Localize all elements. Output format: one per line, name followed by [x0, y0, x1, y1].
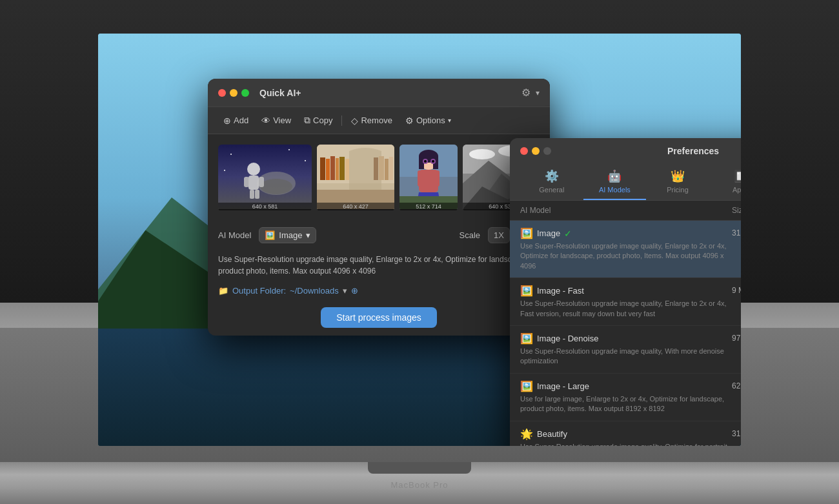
- model-row-image-fast[interactable]: 🖼️ Image - Fast Use Super-Resolution upg…: [510, 278, 741, 326]
- quickai-window: Quick AI+ ⚙ ▾ ⊕ Add 👁 View ⧉ Copy ◇ Re: [208, 79, 550, 336]
- svg-rect-12: [244, 177, 249, 187]
- image-fast-model-name: Image - Fast: [537, 286, 584, 296]
- image-denoise-model-name: Image - Denoise: [537, 334, 598, 343]
- toolbar-separator: [341, 116, 342, 126]
- add-label: Add: [234, 116, 248, 125]
- image-thumb-anime[interactable]: 512 x 714: [399, 145, 458, 212]
- prefs-maximize-button[interactable]: [543, 147, 551, 155]
- image-thumb-library[interactable]: 640 x 427: [317, 145, 394, 212]
- options-chevron-icon: ▾: [448, 117, 451, 124]
- output-folder[interactable]: 📁 Output Folder: ~/Downloads ▾ ⊕: [208, 282, 550, 299]
- svg-point-18: [305, 160, 306, 161]
- macbook-notch: [368, 462, 471, 474]
- ai-model-select[interactable]: 🖼️ Image ▾: [259, 227, 316, 243]
- general-icon: ⚙️: [545, 169, 559, 183]
- model-row-image-denoise[interactable]: 🖼️ Image - Denoise Use Super-Resolution …: [510, 326, 741, 374]
- col-model: AI Model: [520, 206, 732, 215]
- copy-icon: ⧉: [304, 115, 310, 126]
- prefs-minimize-button[interactable]: [532, 147, 540, 155]
- verified-check-icon: ✓: [564, 228, 572, 239]
- model-name-row-beautify: 🌟 Beautify: [520, 428, 732, 440]
- svg-rect-28: [374, 157, 378, 180]
- options-button[interactable]: ⚙ Options ▾: [400, 113, 456, 128]
- image-model-icon: 🖼️: [520, 227, 533, 239]
- image-model-size: 31 MB: [732, 227, 741, 237]
- anime-image: [399, 145, 458, 209]
- beautify-model-desc: Use Super-Resolution upgrade image quali…: [520, 442, 732, 446]
- description-text: Use Super-Resolution upgrade image quali…: [208, 248, 550, 282]
- prefs-tabs: ⚙️ General 🤖 AI Models 👑 Pricing 🔲 Apps …: [520, 164, 741, 200]
- prefs-close-button[interactable]: [520, 147, 528, 155]
- remove-icon: ◇: [351, 116, 358, 126]
- tab-pricing[interactable]: 👑 Pricing: [646, 164, 709, 200]
- minimize-button[interactable]: [230, 89, 238, 97]
- gear-icon[interactable]: ⚙: [521, 86, 531, 99]
- svg-rect-44: [418, 170, 423, 186]
- tab-ai-models[interactable]: 🤖 AI Models: [583, 164, 647, 200]
- model-table: AI Model Size State 🖼️ Image ✓ Use Super…: [510, 201, 741, 446]
- svg-rect-24: [330, 156, 335, 180]
- beautify-model-name: Beautify: [537, 429, 567, 439]
- maximize-button[interactable]: [241, 89, 249, 97]
- options-label: Options: [416, 116, 445, 125]
- pricing-icon: 👑: [671, 169, 685, 183]
- quickai-title: Quick AI+: [259, 88, 516, 98]
- svg-rect-15: [255, 190, 259, 199]
- svg-rect-26: [339, 157, 345, 180]
- image-grid: 640 x 581: [208, 134, 550, 222]
- library-label: 640 x 427: [317, 203, 394, 210]
- model-row-image[interactable]: 🖼️ Image ✓ Use Super-Resolution upgrade …: [510, 221, 741, 278]
- start-process-button[interactable]: Start process images: [321, 307, 437, 328]
- library-image: [317, 145, 394, 209]
- copy-button[interactable]: ⧉ Copy: [299, 112, 338, 128]
- svg-rect-45: [434, 170, 440, 186]
- svg-point-10: [247, 163, 260, 176]
- beautify-model-icon: 🌟: [520, 428, 533, 440]
- apps-icon: 🔲: [734, 169, 741, 183]
- svg-rect-25: [336, 158, 339, 180]
- ai-models-tab-label: AI Models: [599, 186, 631, 194]
- view-label: View: [273, 116, 291, 125]
- image-thumb-astro[interactable]: 640 x 581: [218, 145, 312, 212]
- output-folder-path: ~/Downloads: [290, 286, 339, 296]
- copy-label: Copy: [313, 116, 332, 125]
- controls-row: AI Model 🖼️ Image ▾ Scale 1X 2...: [208, 222, 550, 248]
- model-row-beautify[interactable]: 🌟 Beautify Use Super-Resolution upgrade …: [510, 421, 741, 446]
- add-button[interactable]: ⊕ Add: [218, 113, 254, 128]
- view-button[interactable]: 👁 View: [256, 113, 296, 128]
- macbook-label: MacBook Pro: [390, 480, 448, 490]
- prefs-title-row: Preferences: [520, 146, 741, 156]
- remove-button[interactable]: ◇ Remove: [346, 113, 397, 128]
- ai-model-label: AI Model: [218, 230, 251, 240]
- folder-icon: 📁: [218, 286, 228, 296]
- image-large-model-desc: Use for large image, Enlarge to 2x or 4x…: [520, 394, 732, 414]
- remove-label: Remove: [361, 116, 392, 125]
- close-button[interactable]: [218, 89, 226, 97]
- tab-general[interactable]: ⚙️ General: [520, 164, 583, 200]
- image-model-desc: Use Super-Resolution upgrade image quali…: [520, 241, 732, 271]
- svg-rect-29: [379, 156, 384, 180]
- view-icon: 👁: [261, 116, 270, 126]
- astro-label: 640 x 581: [218, 203, 312, 210]
- model-name-cell-large: 🖼️ Image - Large Use for large image, En…: [520, 380, 732, 414]
- prefs-titlebar: Preferences ⚙️ General 🤖 AI Models 👑 Pri…: [510, 138, 741, 201]
- ai-model-chevron-icon: ▾: [306, 230, 310, 240]
- traffic-lights: [218, 89, 249, 97]
- model-name-cell-denoise: 🖼️ Image - Denoise Use Super-Resolution …: [520, 332, 732, 367]
- model-row-image-large[interactable]: 🖼️ Image - Large Use for large image, En…: [510, 374, 741, 421]
- beautify-model-size: 31 MB: [732, 428, 741, 438]
- chevron-down-icon[interactable]: ▾: [536, 88, 540, 97]
- svg-point-41: [424, 160, 427, 163]
- tab-apps[interactable]: 🔲 Apps: [709, 164, 741, 200]
- svg-rect-30: [385, 159, 389, 180]
- svg-point-16: [230, 154, 232, 155]
- quickai-toolbar: ⊕ Add 👁 View ⧉ Copy ◇ Remove ⚙ Options ▾: [208, 107, 550, 134]
- scale-value[interactable]: 1X: [488, 227, 510, 243]
- model-name-row-denoise: 🖼️ Image - Denoise: [520, 332, 732, 345]
- model-name-row-large: 🖼️ Image - Large: [520, 380, 732, 392]
- general-tab-label: General: [539, 186, 564, 194]
- image-denoise-model-size: 97 MB: [732, 332, 741, 343]
- output-folder-label: Output Folder:: [232, 286, 286, 296]
- svg-point-9: [260, 179, 292, 194]
- svg-point-17: [288, 149, 290, 150]
